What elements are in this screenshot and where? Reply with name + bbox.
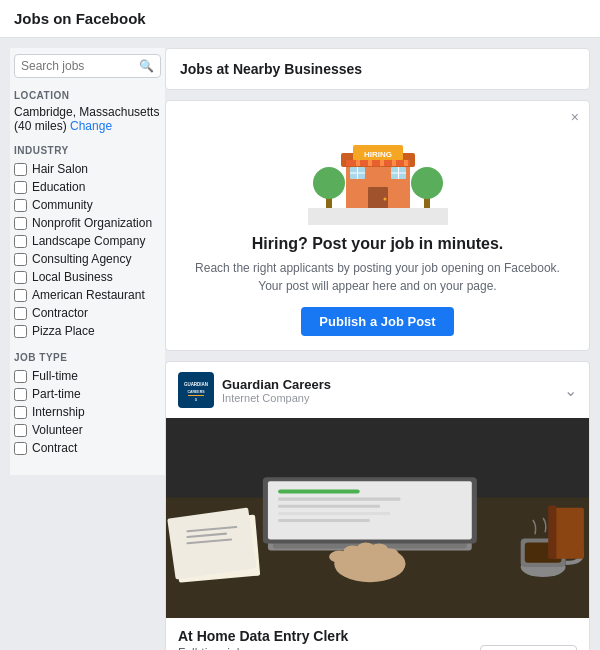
page-title: Jobs on Facebook bbox=[14, 10, 146, 27]
industry-label-text: American Restaurant bbox=[32, 288, 145, 302]
svg-rect-55 bbox=[548, 506, 556, 559]
jobtype-filter-item: Volunteer bbox=[14, 421, 161, 439]
svg-point-10 bbox=[383, 198, 386, 201]
content-header: Jobs at Nearby Businesses bbox=[165, 48, 590, 90]
search-input[interactable] bbox=[21, 59, 137, 73]
industry-checkbox[interactable] bbox=[14, 235, 27, 248]
industry-checkbox[interactable] bbox=[14, 325, 27, 338]
industry-label-text: Landscape Company bbox=[32, 234, 145, 248]
publish-job-button[interactable]: Publish a Job Post bbox=[301, 307, 453, 336]
industry-label-text: Local Business bbox=[32, 270, 113, 284]
svg-rect-54 bbox=[553, 508, 584, 559]
industry-label-text: Nonprofit Organization bbox=[32, 216, 152, 230]
search-icon: 🔍 bbox=[139, 59, 154, 73]
company-type: Internet Company bbox=[222, 392, 331, 404]
industry-filter-item: Hair Salon bbox=[14, 160, 161, 178]
industry-checkbox[interactable] bbox=[14, 199, 27, 212]
company-info: GUARDIAN CAREERS G Guardian Careers Inte… bbox=[178, 372, 331, 408]
apply-now-button[interactable]: Apply Now bbox=[480, 645, 577, 650]
location-filter: LOCATION Cambridge, Massachusetts (40 mi… bbox=[14, 90, 161, 133]
search-box[interactable]: 🔍 bbox=[14, 54, 161, 78]
industry-label-text: Consulting Agency bbox=[32, 252, 131, 266]
industry-label-text: Community bbox=[32, 198, 93, 212]
svg-text:HIRING: HIRING bbox=[364, 150, 392, 159]
svg-point-2 bbox=[313, 167, 345, 199]
industry-filter-item: Local Business bbox=[14, 268, 161, 286]
store-illustration: HIRING bbox=[308, 115, 448, 225]
svg-rect-39 bbox=[278, 519, 370, 522]
company-text: Guardian Careers Internet Company bbox=[222, 377, 331, 404]
job-title: At Home Data Entry Clerk bbox=[178, 628, 348, 644]
jobtype-label-text: Internship bbox=[32, 405, 85, 419]
main-layout: 🔍 LOCATION Cambridge, Massachusetts (40 … bbox=[0, 38, 600, 650]
job-type: Full-time job bbox=[178, 646, 348, 650]
industry-checkbox[interactable] bbox=[14, 181, 27, 194]
industry-filter-item: Landscape Company bbox=[14, 232, 161, 250]
main-content: Jobs at Nearby Businesses × bbox=[165, 48, 590, 650]
jobtype-label-text: Volunteer bbox=[32, 423, 83, 437]
chevron-down-icon[interactable]: ⌄ bbox=[564, 381, 577, 400]
svg-rect-47 bbox=[167, 508, 256, 580]
svg-rect-18 bbox=[346, 160, 410, 166]
promo-title: Hiring? Post your job in minutes. bbox=[180, 235, 575, 253]
industry-checkbox[interactable] bbox=[14, 271, 27, 284]
jobtype-label-text: Part-time bbox=[32, 387, 81, 401]
company-name: Guardian Careers bbox=[222, 377, 331, 392]
header-bold: Nearby Businesses bbox=[233, 61, 362, 77]
company-logo: GUARDIAN CAREERS G bbox=[178, 372, 214, 408]
job-card-footer: At Home Data Entry Clerk Full-time job N… bbox=[166, 618, 589, 650]
location-label: LOCATION bbox=[14, 90, 161, 101]
industry-filter-item: Education bbox=[14, 178, 161, 196]
svg-rect-37 bbox=[278, 505, 380, 508]
jobtype-filter-item: Internship bbox=[14, 403, 161, 421]
jobtype-checkbox[interactable] bbox=[14, 388, 27, 401]
industry-label-text: Pizza Place bbox=[32, 324, 95, 338]
industry-checkbox[interactable] bbox=[14, 163, 27, 176]
jobtype-label-text: Full-time bbox=[32, 369, 78, 383]
industry-filter-item: American Restaurant bbox=[14, 286, 161, 304]
svg-text:GUARDIAN: GUARDIAN bbox=[184, 382, 208, 387]
svg-text:CAREERS: CAREERS bbox=[187, 390, 205, 394]
svg-rect-35 bbox=[278, 489, 360, 493]
job-card: GUARDIAN CAREERS G Guardian Careers Inte… bbox=[165, 361, 590, 650]
industry-filter-item: Pizza Place bbox=[14, 322, 161, 340]
change-location-link[interactable]: Change bbox=[70, 119, 112, 133]
industry-label-text: Education bbox=[32, 180, 85, 194]
industry-filter-item: Consulting Agency bbox=[14, 250, 161, 268]
location-value: Cambridge, Massachusetts (40 miles) Chan… bbox=[14, 105, 161, 133]
sidebar: 🔍 LOCATION Cambridge, Massachusetts (40 … bbox=[10, 48, 165, 475]
svg-point-45 bbox=[382, 549, 398, 559]
industry-filter-item: Contractor bbox=[14, 304, 161, 322]
svg-rect-27 bbox=[188, 395, 204, 396]
industry-checkbox[interactable] bbox=[14, 217, 27, 230]
promo-description: Reach the right applicants by posting yo… bbox=[180, 259, 575, 295]
jobtype-checkbox[interactable] bbox=[14, 424, 27, 437]
job-card-header: GUARDIAN CAREERS G Guardian Careers Inte… bbox=[166, 362, 589, 418]
svg-rect-17 bbox=[308, 208, 448, 225]
page-wrapper: Jobs on Facebook 🔍 LOCATION Cambridge, M… bbox=[0, 0, 600, 650]
svg-rect-36 bbox=[278, 498, 400, 501]
industry-label-text: Hair Salon bbox=[32, 162, 88, 176]
industry-label: INDUSTRY bbox=[14, 145, 161, 156]
jobtype-checkbox[interactable] bbox=[14, 406, 27, 419]
industry-filter-item: Nonprofit Organization bbox=[14, 214, 161, 232]
industry-filter-item: Community bbox=[14, 196, 161, 214]
jobtype-checkbox[interactable] bbox=[14, 370, 27, 383]
page-header: Jobs on Facebook bbox=[0, 0, 600, 38]
industry-filter: INDUSTRY Hair SalonEducationCommunityNon… bbox=[14, 145, 161, 340]
jobtype-filter-item: Contract bbox=[14, 439, 161, 457]
promo-card: × bbox=[165, 100, 590, 351]
jobtype-label: JOB TYPE bbox=[14, 352, 161, 363]
job-image bbox=[166, 418, 589, 618]
industry-checkbox[interactable] bbox=[14, 253, 27, 266]
industry-checkbox[interactable] bbox=[14, 289, 27, 302]
jobtype-filter-item: Part-time bbox=[14, 385, 161, 403]
industry-checkbox[interactable] bbox=[14, 307, 27, 320]
industry-label-text: Contractor bbox=[32, 306, 88, 320]
jobtype-filter-item: Full-time bbox=[14, 367, 161, 385]
close-icon[interactable]: × bbox=[571, 109, 579, 125]
jobtype-filter: JOB TYPE Full-timePart-timeInternshipVol… bbox=[14, 352, 161, 457]
svg-point-4 bbox=[411, 167, 443, 199]
jobtype-checkbox[interactable] bbox=[14, 442, 27, 455]
job-info: At Home Data Entry Clerk Full-time job N… bbox=[178, 628, 348, 650]
